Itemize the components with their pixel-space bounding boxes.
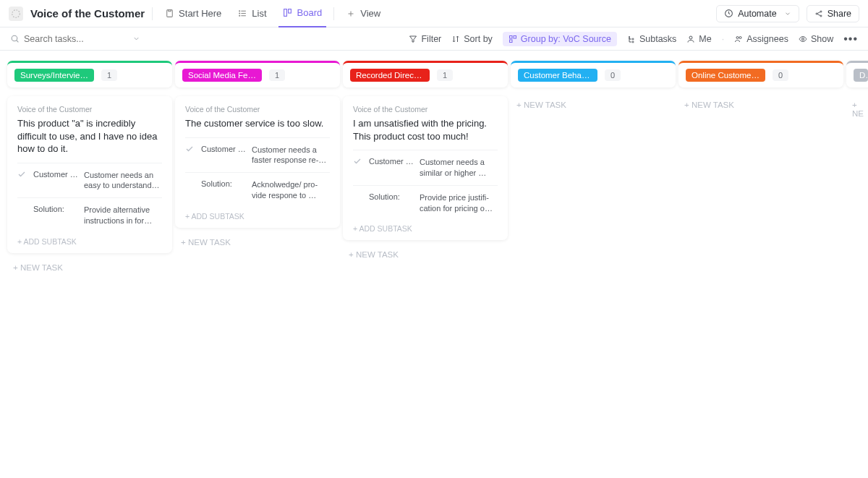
filter-button[interactable]: Filter: [409, 34, 441, 44]
board-container: Surveys/Intervie…1Voice of the CustomerT…: [0, 51, 868, 282]
column-count: 0: [605, 69, 621, 81]
chevron-down-icon[interactable]: [132, 35, 140, 43]
column-header[interactable]: Surveys/Intervie…1: [7, 61, 172, 88]
divider: [333, 7, 334, 20]
svg-line-19: [17, 40, 19, 43]
subtask-row[interactable]: Customer …Customer needs a faster respon…: [185, 137, 330, 173]
svg-point-29: [801, 38, 804, 40]
column-status-tag[interactable]: Dir: [854, 69, 868, 82]
svg-rect-1: [166, 10, 172, 17]
column-status-tag[interactable]: Recorded Direct…: [350, 69, 430, 82]
svg-point-25: [632, 41, 634, 43]
add-subtask-button[interactable]: + ADD SUBTASK: [17, 233, 162, 249]
card-title: The customer service is too slow.: [185, 117, 330, 130]
svg-point-5: [239, 11, 239, 12]
board-icon: [283, 8, 293, 18]
subtasks-icon: [627, 35, 636, 43]
subtask-label: Customer …: [201, 145, 246, 153]
new-task-button[interactable]: + NE: [846, 88, 868, 128]
check-icon[interactable]: [353, 157, 363, 166]
assignees-button[interactable]: Assignees: [734, 34, 788, 44]
column-header[interactable]: Customer Behav…0: [511, 61, 676, 88]
column-header[interactable]: Online Custome…0: [678, 61, 843, 88]
me-button[interactable]: Me: [686, 34, 711, 44]
svg-rect-21: [509, 35, 512, 38]
search-container: [10, 34, 140, 44]
subtask-value: Customer needs an easy to understand…: [84, 170, 162, 192]
subtask-row[interactable]: Solution:Acknolwedge/ pro-vide respone t…: [185, 172, 330, 208]
automate-label: Automate: [738, 9, 777, 19]
new-task-button[interactable]: + NEW TASK: [175, 228, 340, 257]
svg-line-17: [817, 14, 820, 15]
sort-icon: [451, 35, 460, 43]
task-card[interactable]: Voice of the CustomerThis product "a" is…: [7, 96, 172, 253]
divider: [152, 7, 153, 20]
tab-list[interactable]: List: [233, 0, 271, 27]
svg-point-7: [239, 15, 239, 16]
svg-point-6: [239, 13, 239, 14]
plus-icon: [346, 9, 356, 19]
svg-point-18: [12, 35, 17, 41]
svg-point-28: [739, 36, 741, 38]
column-status-tag[interactable]: Social Media Fe…: [182, 69, 262, 82]
card-breadcrumb: Voice of the Customer: [185, 105, 330, 114]
workspace-logo[interactable]: [9, 7, 23, 21]
svg-point-26: [689, 36, 692, 39]
new-task-button[interactable]: + NEW TASK: [7, 253, 172, 282]
user-icon: [686, 35, 695, 43]
search-input[interactable]: [24, 34, 118, 44]
show-button[interactable]: Show: [799, 34, 833, 44]
column-header[interactable]: Recorded Direct…1: [343, 61, 508, 88]
tab-label: List: [252, 8, 266, 19]
subtask-label: Solution:: [33, 205, 78, 213]
svg-point-24: [632, 38, 634, 40]
add-subtask-button[interactable]: + ADD SUBTASK: [353, 220, 498, 236]
subtask-value: Customer needs a similar or higher …: [420, 157, 498, 179]
subtask-value: Acknolwedge/ pro-vide respone to …: [252, 179, 330, 201]
subtask-value: Provide alternative instructions in for…: [84, 205, 162, 226]
automate-button[interactable]: Automate: [716, 5, 799, 22]
svg-rect-23: [509, 40, 512, 43]
tab-board[interactable]: Board: [278, 0, 327, 27]
subtask-value: Provide price justifi-cation for pricing…: [420, 192, 498, 214]
check-icon[interactable]: [17, 170, 27, 179]
tab-add-view[interactable]: View: [341, 0, 385, 27]
svg-rect-9: [289, 9, 292, 13]
group-icon: [509, 35, 517, 43]
column-header[interactable]: Dir: [846, 61, 868, 88]
svg-rect-22: [514, 35, 516, 38]
card-title: I am unsatisfied with the pricing. This …: [353, 117, 498, 142]
new-task-button[interactable]: + NEW TASK: [343, 240, 508, 269]
subtask-row[interactable]: Customer …Customer needs an easy to unde…: [17, 163, 162, 198]
subtask-label: Customer …: [33, 170, 78, 179]
column-status-tag[interactable]: Customer Behav…: [518, 69, 597, 82]
new-task-button[interactable]: + NEW TASK: [678, 88, 843, 119]
sort-button[interactable]: Sort by: [451, 34, 493, 44]
subtask-row[interactable]: Solution:Provide price justifi-cation fo…: [353, 185, 498, 221]
card-title: This product "a" is incredibly difficult…: [17, 117, 162, 155]
subtasks-button[interactable]: Subtasks: [627, 34, 676, 44]
svg-point-0: [12, 9, 20, 17]
subtask-row[interactable]: Customer …Customer needs a similar or hi…: [353, 150, 498, 185]
tab-start-here[interactable]: Start Here: [160, 0, 226, 27]
task-card[interactable]: Voice of the CustomerI am unsatisfied wi…: [343, 96, 508, 240]
column-status-tag[interactable]: Online Custome…: [686, 69, 765, 82]
check-icon[interactable]: [185, 145, 195, 153]
svg-line-16: [817, 12, 820, 13]
subtask-label: Solution:: [369, 192, 414, 201]
group-by-button[interactable]: Group by: VoC Source: [503, 32, 617, 46]
subtask-row[interactable]: Solution:Provide alternative instruction…: [17, 197, 162, 233]
column-count: 0: [773, 69, 788, 81]
add-subtask-button[interactable]: + ADD SUBTASK: [185, 208, 330, 223]
svg-point-15: [820, 15, 822, 17]
share-label: Share: [827, 9, 851, 19]
svg-rect-8: [284, 9, 287, 17]
share-button[interactable]: Share: [807, 5, 859, 22]
task-card[interactable]: Voice of the CustomerThe customer servic…: [175, 96, 340, 228]
column-header[interactable]: Social Media Fe…1: [175, 61, 340, 88]
new-task-button[interactable]: + NEW TASK: [511, 88, 676, 119]
column-status-tag[interactable]: Surveys/Intervie…: [14, 69, 94, 82]
subtask-value: Customer needs a faster response re-…: [252, 145, 330, 166]
svg-point-13: [816, 13, 817, 14]
more-options-button[interactable]: •••: [843, 33, 858, 46]
